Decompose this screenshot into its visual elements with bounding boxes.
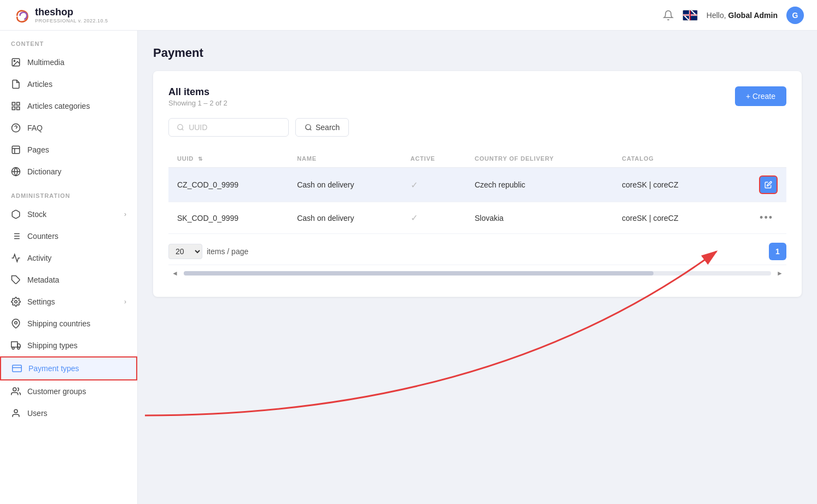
app-name: theshop — [35, 7, 108, 18]
language-flag[interactable] — [682, 10, 698, 21]
scroll-left-arrow[interactable]: ◄ — [168, 268, 182, 278]
admin-section-label: ADMINISTRATION — [0, 183, 137, 203]
sidebar-item-multimedia[interactable]: Multimedia — [0, 51, 137, 73]
svg-point-28 — [13, 388, 16, 391]
bell-icon[interactable] — [663, 10, 674, 21]
settings-chevron: › — [124, 298, 126, 306]
sidebar-item-counters[interactable]: Counters — [0, 225, 137, 247]
sidebar-item-settings[interactable]: Settings › — [0, 291, 137, 313]
more-options-button-2[interactable]: ••• — [755, 210, 778, 226]
edit-icon-1 — [765, 181, 772, 189]
svg-point-29 — [14, 409, 17, 413]
table-body: CZ_COD_0_9999 Cash on delivery ✓ Czech r… — [168, 168, 786, 234]
search-area: Search — [168, 118, 786, 137]
main-card: All items Showing 1 – 2 of 2 + Create Se… — [153, 71, 802, 297]
svg-point-24 — [12, 347, 14, 349]
shipping-types-icon — [11, 341, 21, 350]
items-per-page-select[interactable]: 20 50 100 — [168, 244, 202, 259]
sidebar-item-counters-label: Counters — [27, 232, 59, 241]
svg-point-25 — [17, 347, 20, 349]
faq-icon — [11, 123, 21, 133]
svg-point-30 — [178, 125, 183, 130]
sidebar-item-multimedia-label: Multimedia — [27, 58, 65, 67]
user-avatar[interactable]: G — [786, 7, 804, 24]
sidebar-item-shipping-types-label: Shipping types — [27, 341, 78, 350]
check-icon-1: ✓ — [411, 180, 418, 190]
col-name: NAME — [288, 150, 401, 168]
page-1-button[interactable]: 1 — [769, 243, 786, 260]
search-button[interactable]: Search — [295, 118, 349, 137]
sidebar-item-customer-groups[interactable]: Customer groups — [0, 380, 137, 402]
table-header-row: UUID ⇅ NAME ACTIVE COUNTRY OF DELIVERY C… — [168, 150, 786, 168]
table-row: SK_COD_0_9999 Cash on delivery ✓ Slovaki… — [168, 202, 786, 234]
sidebar-item-shipping-types[interactable]: Shipping types — [0, 335, 137, 356]
sidebar-item-metadata[interactable]: Metadata — [0, 269, 137, 291]
customer-groups-icon — [11, 386, 21, 396]
sidebar-item-pages-label: Pages — [27, 145, 49, 154]
sidebar-item-payment-types[interactable]: Payment types — [0, 356, 137, 380]
svg-line-31 — [182, 129, 184, 131]
metadata-icon — [11, 275, 21, 285]
sidebar-item-activity-label: Activity — [27, 254, 51, 262]
sidebar-item-articles-categories[interactable]: Articles categories — [0, 95, 137, 117]
all-items-title: All items — [168, 86, 227, 98]
scroll-track[interactable] — [184, 271, 771, 276]
sidebar: CONTENT Multimedia Articles Articles cat… — [0, 31, 138, 504]
cell-uuid-1: CZ_COD_0_9999 — [168, 168, 288, 202]
col-active: ACTIVE — [402, 150, 466, 168]
header-right: Hello, Global Admin G — [663, 7, 804, 24]
check-icon-2: ✓ — [411, 213, 418, 222]
sidebar-item-payment-types-label: Payment types — [28, 364, 79, 373]
logo-text: theshop PROFESSIONAL v. 2022.10.5 — [35, 7, 108, 24]
shipping-countries-icon — [11, 319, 21, 329]
sidebar-item-shipping-countries-label: Shipping countries — [27, 319, 90, 328]
sidebar-item-users[interactable]: Users — [0, 402, 137, 424]
svg-rect-3 — [17, 102, 20, 105]
search-btn-icon — [305, 124, 312, 131]
sidebar-item-dictionary[interactable]: Dictionary — [0, 161, 137, 183]
cell-active-1: ✓ — [402, 168, 466, 202]
sidebar-item-articles-label: Articles — [27, 80, 52, 89]
sidebar-item-articles[interactable]: Articles — [0, 73, 137, 95]
scroll-right-arrow[interactable]: ► — [773, 268, 786, 278]
svg-rect-5 — [17, 107, 20, 110]
svg-line-33 — [310, 129, 312, 131]
sidebar-item-faq[interactable]: FAQ — [0, 117, 137, 139]
stock-icon — [11, 209, 21, 219]
col-country: COUNTRY OF DELIVERY — [466, 150, 613, 168]
users-icon — [11, 408, 21, 418]
sidebar-item-activity[interactable]: Activity — [0, 247, 137, 269]
main-layout: CONTENT Multimedia Articles Articles cat… — [0, 31, 817, 504]
uuid-input[interactable] — [189, 123, 281, 132]
pages-icon — [11, 145, 21, 155]
cell-country-1: Czech republic — [466, 168, 613, 202]
top-header: theshop PROFESSIONAL v. 2022.10.5 Hello,… — [0, 0, 817, 31]
content-section-label: CONTENT — [0, 31, 137, 51]
app-sub: PROFESSIONAL v. 2022.10.5 — [35, 18, 108, 24]
sidebar-item-stock[interactable]: Stock › — [0, 203, 137, 225]
card-header: All items Showing 1 – 2 of 2 + Create — [168, 86, 786, 107]
col-uuid: UUID ⇅ — [168, 150, 288, 168]
svg-marker-23 — [17, 344, 20, 347]
image-icon — [11, 57, 21, 67]
create-button[interactable]: + Create — [735, 86, 786, 106]
table-footer: 20 50 100 items / page 1 — [168, 243, 786, 260]
col-actions — [726, 150, 786, 168]
svg-point-20 — [15, 301, 17, 303]
cell-country-2: Slovakia — [466, 202, 613, 234]
sidebar-item-pages[interactable]: Pages — [0, 139, 137, 161]
cell-name-1: Cash on delivery — [288, 168, 401, 202]
sidebar-item-articles-categories-label: Articles categories — [27, 102, 90, 110]
sidebar-item-shipping-countries[interactable]: Shipping countries — [0, 313, 137, 335]
svg-point-32 — [306, 125, 311, 130]
edit-button-1[interactable] — [759, 175, 778, 194]
uuid-sort-icon[interactable]: ⇅ — [198, 156, 203, 162]
cell-catalog-2: coreSK | coreCZ — [613, 202, 726, 234]
items-per-page: 20 50 100 items / page — [168, 244, 248, 259]
activity-icon — [11, 253, 21, 263]
uuid-input-wrapper[interactable] — [168, 118, 289, 137]
content-area: Payment All items Showing 1 – 2 of 2 + C… — [138, 31, 817, 504]
counters-icon — [11, 231, 21, 241]
cell-uuid-2: SK_COD_0_9999 — [168, 202, 288, 234]
logo-area: theshop PROFESSIONAL v. 2022.10.5 — [13, 7, 108, 24]
